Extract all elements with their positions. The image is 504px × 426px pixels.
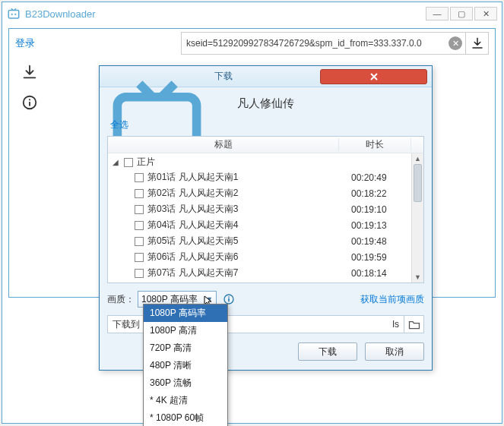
episode-title: 第02话 凡人风起天南2 <box>147 187 351 200</box>
scroll-thumb[interactable] <box>414 164 422 202</box>
episode-title: 第03话 凡人风起天南3 <box>147 203 351 216</box>
dialog-title: 下载 <box>214 70 320 83</box>
maximize-button[interactable]: ▢ <box>450 7 473 21</box>
dialog-close-button[interactable] <box>320 69 427 84</box>
checkbox[interactable] <box>135 205 144 214</box>
quality-option[interactable]: 1080P 高码率 <box>144 305 227 322</box>
close-button[interactable]: ✕ <box>474 7 497 21</box>
side-icons <box>20 62 40 112</box>
folder-label: 正片 <box>137 156 155 169</box>
episode-row[interactable]: 第07话 凡人风起天南700:18:14 <box>108 265 423 281</box>
episode-title: 第06话 凡人风起天南6 <box>147 251 351 263</box>
episode-row[interactable]: 第06话 凡人风起天南600:19:59 <box>108 249 423 265</box>
checkbox[interactable] <box>135 173 144 182</box>
svg-rect-0 <box>8 11 19 19</box>
episode-row[interactable]: 第01话 凡人风起天南100:20:49 <box>108 169 423 185</box>
quality-option[interactable]: * 1080P 60帧 <box>144 409 227 426</box>
episode-title: 第05话 凡人风起天南5 <box>147 235 351 248</box>
path-label: 下载到 <box>113 318 140 331</box>
quality-option[interactable]: * 4K 超清 <box>144 392 227 409</box>
quality-option[interactable]: 1080P 高清 <box>144 322 227 339</box>
url-input-wrap: ✕ <box>181 32 489 55</box>
svg-point-1 <box>11 14 13 15</box>
app-logo-icon <box>7 7 21 21</box>
svg-point-4 <box>29 99 30 100</box>
episode-row[interactable]: 第05话 凡人风起天南500:19:48 <box>108 233 423 249</box>
clear-icon[interactable]: ✕ <box>449 36 462 50</box>
checkbox[interactable] <box>135 253 144 262</box>
checkbox[interactable] <box>124 158 133 167</box>
episode-title: 第04话 凡人风起天南4 <box>147 219 351 232</box>
app-title: B23Downloader <box>25 8 426 20</box>
checkbox[interactable] <box>135 221 144 230</box>
episode-title: 第07话 凡人风起天南7 <box>147 267 351 279</box>
episode-row[interactable]: 第04话 凡人风起天南400:19:13 <box>108 217 423 233</box>
expand-arrow-icon[interactable]: ◢ <box>113 158 120 166</box>
cancel-button[interactable]: 取消 <box>365 342 424 361</box>
chevron-down-icon: ▼ <box>206 295 213 303</box>
svg-point-2 <box>14 14 16 15</box>
info-icon[interactable] <box>20 93 40 112</box>
download-action-icon[interactable] <box>465 33 488 54</box>
quality-option[interactable]: 480P 清晰 <box>144 357 227 374</box>
header-duration-col[interactable]: 时长 <box>339 138 411 151</box>
fetch-quality-link[interactable]: 获取当前项画质 <box>360 293 424 306</box>
list-header: 标题 时长 <box>108 137 423 153</box>
window-controls: — ▢ ✕ <box>426 7 497 21</box>
checkbox[interactable] <box>135 269 144 278</box>
downloads-icon[interactable] <box>20 62 40 82</box>
episode-row[interactable]: 第02话 凡人风起天南200:18:22 <box>108 185 423 201</box>
select-all-link[interactable]: 全选 <box>110 118 128 131</box>
quality-dropdown: 1080P 高码率1080P 高清720P 高清480P 清晰360P 流畅* … <box>143 304 228 426</box>
checkbox[interactable] <box>135 189 144 198</box>
scroll-down-icon[interactable]: ▼ <box>412 272 423 282</box>
quality-label: 画质： <box>107 293 135 306</box>
minimize-button[interactable]: — <box>426 7 449 21</box>
episode-title: 第01话 凡人风起天南1 <box>147 171 351 184</box>
vertical-scrollbar[interactable]: ▲ ▼ <box>411 153 423 282</box>
episode-list: 标题 时长 ◢ 正片 第01话 凡人风起天南100:20:49第02话 凡人风起… <box>107 136 424 283</box>
episode-row[interactable]: 第08话 凡人风起天南800:19:17 <box>108 281 423 282</box>
download-button[interactable]: 下载 <box>298 342 357 361</box>
login-link[interactable]: 登录 <box>15 36 35 50</box>
quality-option[interactable]: 360P 流畅 <box>144 374 227 392</box>
tree-root-item[interactable]: ◢ 正片 <box>108 155 423 169</box>
dialog-titlebar[interactable]: 下载 <box>100 66 432 87</box>
svg-point-8 <box>228 296 230 298</box>
svg-rect-9 <box>228 298 230 302</box>
list-rows: ◢ 正片 第01话 凡人风起天南100:20:49第02话 凡人风起天南200:… <box>108 153 423 282</box>
header-title-col[interactable]: 标题 <box>108 138 339 151</box>
browse-folder-button[interactable] <box>404 315 424 333</box>
svg-rect-5 <box>29 102 30 106</box>
url-input[interactable] <box>182 38 445 49</box>
checkbox[interactable] <box>135 237 144 246</box>
dialog-logo-icon <box>104 71 210 83</box>
path-suffix: ls <box>392 319 399 330</box>
episode-row[interactable]: 第03话 凡人风起天南300:19:10 <box>108 201 423 217</box>
scroll-up-icon[interactable]: ▲ <box>412 153 423 164</box>
titlebar[interactable]: B23Downloader — ▢ ✕ <box>2 2 502 25</box>
quality-option[interactable]: 720P 高清 <box>144 339 227 357</box>
